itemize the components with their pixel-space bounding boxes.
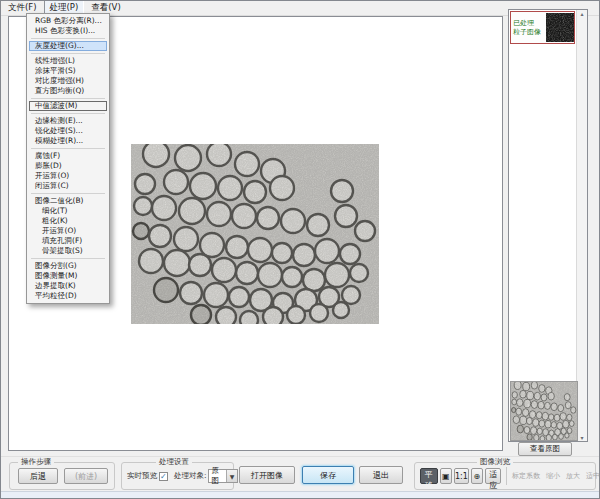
target-select-value: 原图 bbox=[209, 466, 226, 486]
menu-item-13[interactable]: 锐化处理(S)... bbox=[27, 126, 109, 136]
process-menu-dropdown: RGB 色彩分离(R)...HIS 色彩变换(I)...灰度处理(G)...线性… bbox=[26, 13, 110, 304]
menu-item-12[interactable]: 边缘检测(E)... bbox=[27, 116, 109, 126]
back-button[interactable]: 后退 bbox=[18, 468, 58, 484]
result-item-line1: 已处理 bbox=[513, 19, 546, 28]
menu-separator bbox=[31, 148, 105, 149]
menu-item-22[interactable]: 细化(T) bbox=[27, 206, 109, 216]
menu-item-24[interactable]: 开运算(O) bbox=[27, 226, 109, 236]
live-preview-label: 实时预览 bbox=[127, 471, 157, 481]
menu-item-5[interactable]: 线性增强(L) bbox=[27, 56, 109, 66]
view-disabled-label-0: 标定系数 bbox=[512, 471, 540, 481]
menu-item-8[interactable]: 直方图均衡(Q) bbox=[27, 86, 109, 96]
menu-item-18[interactable]: 开运算(O) bbox=[27, 171, 109, 181]
menu-item-31[interactable]: 平均粒径(D) bbox=[27, 291, 109, 301]
menu-separator bbox=[31, 193, 105, 194]
menu-item-29[interactable]: 图像测量(M) bbox=[27, 271, 109, 281]
menu-item-25[interactable]: 填充孔洞(F) bbox=[27, 236, 109, 246]
live-preview-checkbox[interactable]: ✓ bbox=[159, 472, 168, 481]
scroll-down-icon[interactable]: ▾ bbox=[580, 434, 583, 441]
view-group: 图像浏览 平移 ▣ 1:1 ⊕ 适应 标定系数缩小放大适中 bbox=[414, 462, 596, 490]
forward-button[interactable]: (前进) bbox=[64, 468, 108, 484]
menu-separator bbox=[31, 38, 105, 39]
exit-button[interactable]: 退出 bbox=[359, 466, 403, 484]
pan-button[interactable]: 平移 bbox=[420, 468, 438, 484]
bottom-toolbar: 操作步骤 后退 (前进) 处理设置 实时预览 ✓ 处理对象: 原图 ▼ 打开图像… bbox=[1, 456, 599, 492]
save-button[interactable]: 保存 bbox=[302, 466, 354, 484]
menu-item-6[interactable]: 涂抹平滑(S) bbox=[27, 66, 109, 76]
menu-item-10[interactable]: 中值滤波(M) bbox=[29, 101, 107, 111]
em-noise-overlay bbox=[131, 144, 379, 324]
menu-item-3[interactable]: 灰度处理(G)... bbox=[29, 41, 107, 51]
menu-item-7[interactable]: 对比度增强(H) bbox=[27, 76, 109, 86]
zoom-icon[interactable]: ⊕ bbox=[471, 468, 483, 484]
menu-item-30[interactable]: 边界提取(K) bbox=[27, 281, 109, 291]
em-image-svg bbox=[131, 144, 379, 324]
fit-button[interactable]: 适应 bbox=[485, 468, 501, 484]
menu-separator bbox=[31, 113, 105, 114]
overview-thumbnail[interactable] bbox=[510, 381, 578, 441]
actual-size-button[interactable]: 1:1 bbox=[454, 468, 469, 484]
menu-item-26[interactable]: 骨架提取(S) bbox=[27, 246, 109, 256]
menu-item-16[interactable]: 腐蚀(F) bbox=[27, 151, 109, 161]
target-label: 处理对象: bbox=[174, 471, 207, 481]
em-image[interactable] bbox=[131, 144, 379, 324]
toolbar-divider bbox=[506, 467, 507, 485]
view-original-button[interactable]: 查看原图 bbox=[518, 442, 572, 456]
menu-item-19[interactable]: 闭运算(C) bbox=[27, 181, 109, 191]
menu-item-17[interactable]: 膨胀(D) bbox=[27, 161, 109, 171]
menu-separator bbox=[31, 53, 105, 54]
view-disabled-label-1: 缩小 bbox=[546, 471, 560, 481]
result-thumbnail bbox=[546, 13, 574, 42]
menu-item-1[interactable]: HIS 色彩变换(I)... bbox=[27, 26, 109, 36]
view-disabled-label-3: 适中 bbox=[586, 471, 600, 481]
target-select[interactable]: 原图 ▼ bbox=[208, 469, 238, 483]
settings-group: 处理设置 实时预览 ✓ 处理对象: 原图 ▼ bbox=[121, 462, 234, 490]
scroll-up-icon[interactable]: ▴ bbox=[580, 10, 583, 17]
thumbnail-panel: 已处理 粒子图像 ▴ ▾ bbox=[508, 9, 588, 442]
nav-group: 操作步骤 后退 (前进) bbox=[9, 462, 115, 490]
open-image-button[interactable]: 打开图像 bbox=[239, 466, 295, 484]
menu-item-23[interactable]: 粗化(K) bbox=[27, 216, 109, 226]
result-item-text: 已处理 粒子图像 bbox=[511, 19, 546, 37]
app-window: 文件(F) 处理(P) 查看(V) RGB 色彩分离(R)...HIS 色彩变换… bbox=[0, 0, 600, 499]
result-list-item-selected[interactable]: 已处理 粒子图像 bbox=[510, 11, 575, 44]
view-disabled-label-2: 放大 bbox=[566, 471, 580, 481]
menu-item-14[interactable]: 模糊处理(R)... bbox=[27, 136, 109, 146]
result-item-line2: 粒子图像 bbox=[513, 28, 546, 37]
grid-icon[interactable]: ▣ bbox=[440, 468, 452, 484]
status-strip bbox=[1, 491, 599, 499]
menu-separator bbox=[31, 98, 105, 99]
menu-separator bbox=[31, 258, 105, 259]
menu-item-28[interactable]: 图像分割(G) bbox=[27, 261, 109, 271]
combo-arrow-icon: ▼ bbox=[226, 470, 237, 482]
menu-item-0[interactable]: RGB 色彩分离(R)... bbox=[27, 16, 109, 26]
menu-item-21[interactable]: 图像二值化(B) bbox=[27, 196, 109, 206]
panel-scrollbar[interactable]: ▴ ▾ bbox=[576, 10, 587, 441]
